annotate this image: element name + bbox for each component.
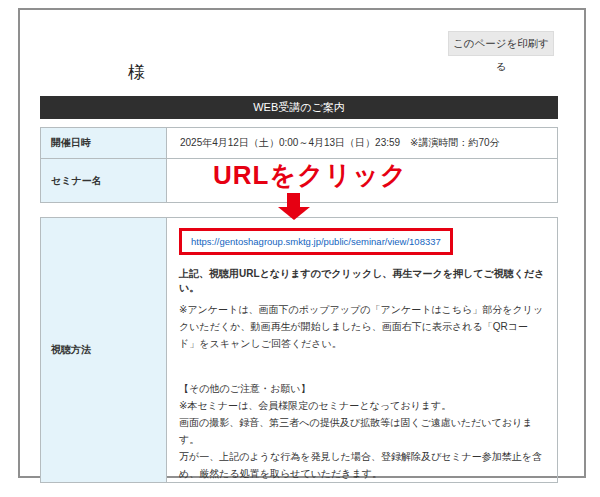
viewing-method-label: 視聴方法: [41, 218, 167, 483]
down-arrow-icon: [278, 193, 310, 220]
notice-heading: 【その他のご注意・お願い】: [179, 380, 545, 397]
seminar-url-link[interactable]: https://gentoshagroup.smktg.jp/public/se…: [191, 236, 441, 247]
notice-block: 【その他のご注意・お願い】 ※本セミナーは、会員様限定のセミナーとなっております…: [179, 380, 545, 482]
url-highlight-box: https://gentoshagroup.smktg.jp/public/se…: [179, 228, 453, 255]
datetime-label: 開催日時: [41, 128, 167, 159]
viewing-method-content: https://gentoshagroup.smktg.jp/public/se…: [167, 218, 558, 483]
table-row-datetime: 開催日時 2025年4月12日（土）0:00～4月13日（日）23:59 ※講演…: [41, 128, 558, 159]
notice-line: 画面の撮影、録音、第三者への提供及び拡散等は固くご遠慮いただいております。: [179, 414, 545, 448]
print-preview-page: このページを印刷する 様 WEB受講のご案内 開催日時 2025年4月12日（土…: [18, 8, 586, 478]
table-row-viewing-method: 視聴方法 https://gentoshagroup.smktg.jp/publ…: [41, 218, 558, 483]
url-click-annotation: URLをクリック: [213, 162, 407, 188]
arrow-stem: [287, 193, 300, 208]
page-title: WEB受講のご案内: [40, 96, 558, 119]
instruction-text: 上記、視聴用URLとなりますのでクリックし、再生マークを押してご視聴ください。: [179, 267, 545, 295]
seminar-name-label: セミナー名: [41, 159, 167, 203]
datetime-value: 2025年4月12日（土）0:00～4月13日（日）23:59 ※講演時間：約7…: [167, 128, 558, 159]
recipient-name-suffix: 様: [128, 63, 145, 83]
notice-line: 万が一、上記のような行為を発見した場合、登録解除及びセミナー参加禁止を含め、厳然…: [179, 448, 545, 482]
survey-note-text: ※アンケートは、画面下のポップアップの「アンケートはこちら」部分をクリックいただ…: [179, 301, 545, 352]
viewing-method-table: 視聴方法 https://gentoshagroup.smktg.jp/publ…: [40, 217, 558, 483]
arrow-head: [278, 207, 310, 220]
notice-line: ※本セミナーは、会員様限定のセミナーとなっております。: [179, 397, 545, 414]
print-page-button[interactable]: このページを印刷する: [448, 31, 554, 56]
